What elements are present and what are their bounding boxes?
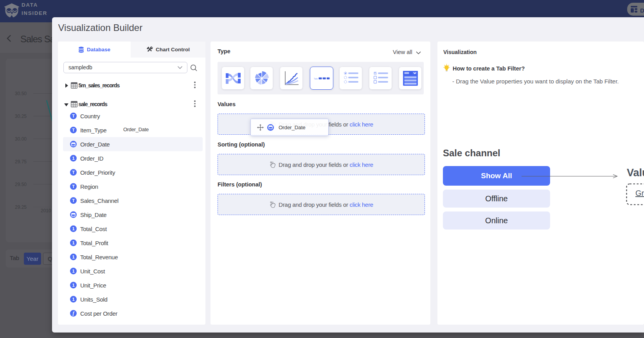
svg-text:Tab: Tab bbox=[314, 77, 318, 80]
